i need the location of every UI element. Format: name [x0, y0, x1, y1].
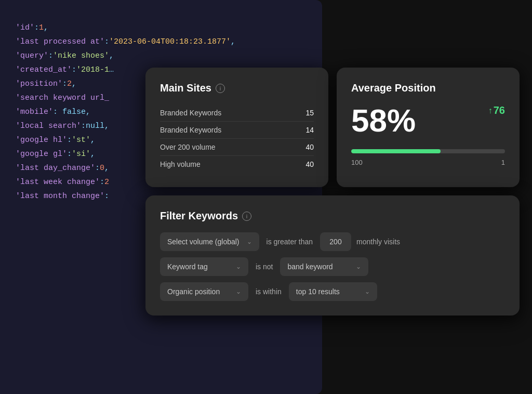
filter-keywords-title: Filter Keywords	[160, 210, 238, 222]
row-label: High volume	[160, 160, 201, 168]
volume-value-input[interactable]: 200	[320, 232, 351, 251]
sites-table: Branded Keywords 15 Branded Keywords 14 …	[160, 104, 314, 173]
organic-position-select[interactable]: Organic position ⌄	[160, 282, 248, 301]
keyword-tag-value-label: band keyword	[287, 262, 332, 271]
table-row: Branded Keywords 15	[160, 104, 314, 122]
filter-row-keyword-tag: Keyword tag ⌄ is not band keyword ⌄	[160, 257, 505, 276]
volume-unit: monthly visits	[356, 238, 400, 246]
organic-operator: is within	[254, 287, 284, 296]
main-sites-title: Main Sites	[160, 82, 211, 94]
table-row: Over 200 volume 40	[160, 139, 314, 156]
avg-position-header: Average Position	[351, 82, 505, 94]
progress-label-right: 1	[501, 159, 505, 166]
keyword-tag-value-select[interactable]: band keyword ⌄	[280, 257, 368, 276]
row-label: Over 200 volume	[160, 143, 216, 151]
row-label: Branded Keywords	[160, 109, 221, 117]
filter-keywords-header: Filter Keywords i	[160, 210, 505, 222]
filter-rows: Select volume (global) ⌄ is greater than…	[160, 232, 505, 301]
avg-percentage: 58%	[351, 104, 416, 137]
average-position-card: Average Position 58% ↑ 76 100 1	[337, 68, 520, 187]
row-count: 14	[305, 126, 314, 134]
row-count: 40	[305, 160, 314, 168]
chevron-down-icon: ⌄	[236, 288, 241, 295]
table-row: Branded Keywords 14	[160, 122, 314, 139]
row-count: 40	[305, 143, 314, 151]
row-count: 15	[305, 109, 314, 117]
progress-label-left: 100	[351, 159, 363, 166]
main-sites-card: Main Sites i Branded Keywords 15 Branded…	[145, 68, 328, 187]
chevron-down-icon: ⌄	[365, 288, 370, 295]
organic-value-label: top 10 results	[296, 287, 340, 296]
avg-trend: ↑ 76	[488, 104, 505, 116]
keyword-tag-label: Keyword tag	[167, 262, 208, 271]
filter-keywords-info-icon[interactable]: i	[242, 212, 251, 221]
row-label: Branded Keywords	[160, 126, 221, 134]
trend-up-icon: ↑	[488, 106, 493, 115]
avg-position-title: Average Position	[351, 82, 436, 94]
volume-select-label: Select volume (global)	[167, 238, 240, 246]
chevron-down-icon: ⌄	[247, 238, 252, 245]
filter-row-volume: Select volume (global) ⌄ is greater than…	[160, 232, 505, 251]
main-sites-header: Main Sites i	[160, 82, 314, 94]
keyword-tag-select[interactable]: Keyword tag ⌄	[160, 257, 248, 276]
progress-labels: 100 1	[351, 159, 505, 166]
volume-operator: is greater than	[264, 238, 315, 246]
main-sites-info-icon[interactable]: i	[216, 84, 225, 93]
organic-position-label: Organic position	[167, 287, 220, 296]
code-line: 'query':'nike shoes',	[16, 49, 307, 63]
filter-row-organic: Organic position ⌄ is within top 10 resu…	[160, 282, 505, 301]
table-row: High volume 40	[160, 156, 314, 173]
keyword-tag-operator: is not	[254, 262, 275, 271]
cards-overlay: Main Sites i Branded Keywords 15 Branded…	[145, 68, 520, 316]
avg-number-row: 58% ↑ 76	[351, 104, 505, 141]
progress-fill	[351, 149, 441, 153]
volume-select[interactable]: Select volume (global) ⌄	[160, 232, 259, 251]
chevron-down-icon: ⌄	[236, 263, 241, 270]
code-line: 'id':1,	[16, 21, 307, 35]
organic-value-select[interactable]: top 10 results ⌄	[289, 282, 377, 301]
top-row: Main Sites i Branded Keywords 15 Branded…	[145, 68, 520, 187]
progress-bar	[351, 149, 505, 153]
trend-value: 76	[494, 104, 505, 116]
code-line: 'last processed at':'2023-06-04T00:18:23…	[16, 35, 307, 49]
filter-keywords-card: Filter Keywords i Select volume (global)…	[145, 195, 520, 316]
chevron-down-icon: ⌄	[356, 263, 361, 270]
